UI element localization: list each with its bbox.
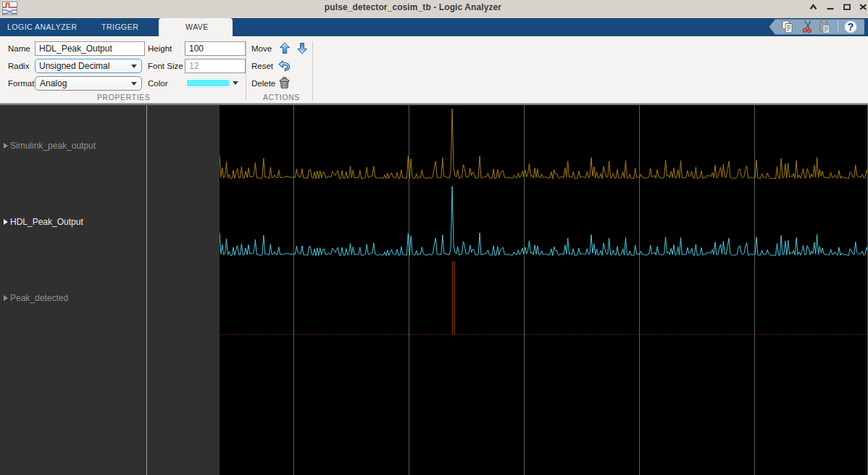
svg-text:?: ? (848, 21, 854, 33)
